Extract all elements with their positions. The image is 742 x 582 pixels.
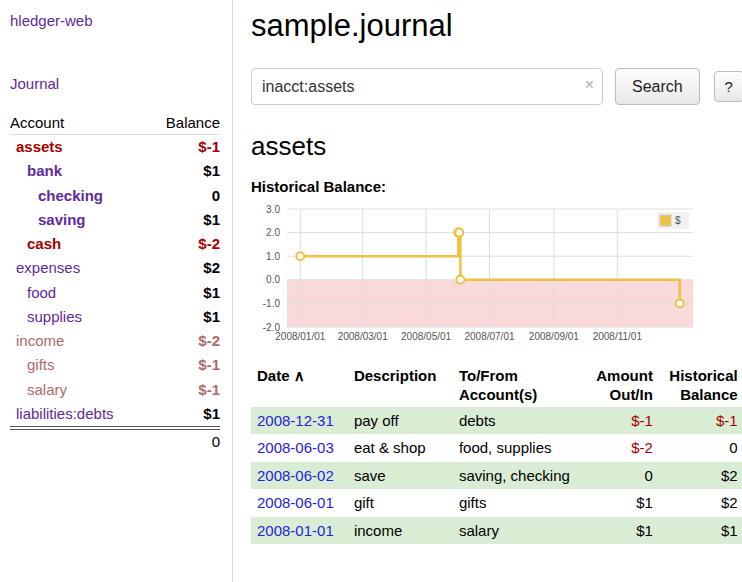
account-link[interactable]: gifts — [27, 356, 55, 373]
register-amount-cell: $-2 — [576, 434, 659, 462]
accounts-table: Account Balance assets$-1bank$1checking0… — [10, 112, 220, 427]
account-name-cell: supplies — [10, 305, 148, 329]
transaction-date-link[interactable]: 2008-06-03 — [257, 439, 334, 456]
x-tick-label: 2008/07/01 — [464, 331, 514, 342]
x-tick-label: 2008/05/01 — [401, 331, 451, 342]
account-link[interactable]: supplies — [27, 308, 82, 325]
account-name-cell: assets — [10, 135, 148, 160]
register-accounts-cell: food, supplies — [453, 434, 576, 462]
sidebar-item-journal[interactable]: Journal — [10, 75, 220, 92]
transaction-date-link[interactable]: 2008-06-01 — [257, 494, 334, 511]
register-date-cell: 2008-06-02 — [251, 462, 348, 490]
x-tick-label: 2008/09/01 — [529, 331, 579, 342]
account-link[interactable]: assets — [16, 138, 63, 155]
legend-swatch — [660, 215, 671, 226]
account-balance: $-1 — [148, 353, 220, 377]
register-date-cell: 2008-06-01 — [251, 489, 348, 517]
register-date-cell: 2008-06-03 — [251, 434, 348, 462]
account-row: bank$1 — [10, 159, 220, 183]
search-bar: × Search ? — [251, 68, 742, 105]
account-row: cash$-2 — [10, 232, 220, 256]
account-link[interactable]: checking — [38, 187, 103, 204]
y-tick-label: 0.0 — [266, 274, 280, 285]
account-link[interactable]: salary — [27, 381, 67, 398]
register-balance-cell: 0 — [659, 434, 742, 462]
legend-label: $ — [675, 215, 681, 226]
data-point-marker — [296, 252, 304, 260]
account-balance: $1 — [148, 208, 220, 232]
account-link[interactable]: bank — [27, 162, 62, 179]
register-row: 2008-06-01giftgifts$1$2 — [251, 489, 742, 517]
account-name-cell: checking — [10, 184, 148, 208]
account-balance: $1 — [148, 305, 220, 329]
account-name-cell: income — [10, 329, 148, 353]
app-title-link[interactable]: hledger-web — [10, 12, 220, 29]
account-row: food$1 — [10, 281, 220, 305]
register-balance-cell: $-1 — [659, 407, 742, 435]
account-link[interactable]: cash — [27, 235, 61, 252]
help-button[interactable]: ? — [714, 71, 742, 102]
account-balance: $1 — [148, 159, 220, 183]
search-input[interactable] — [251, 68, 603, 105]
clear-search-icon[interactable]: × — [585, 77, 594, 93]
account-link[interactable]: expenses — [16, 259, 80, 276]
account-row: expenses$2 — [10, 256, 220, 280]
x-tick-label: 2008/01/01 — [275, 331, 325, 342]
account-name-cell: bank — [10, 159, 148, 183]
register-description-cell: pay off — [348, 407, 453, 435]
data-point-marker — [456, 276, 464, 284]
account-link[interactable]: income — [16, 332, 64, 349]
register-row: 2008-06-02savesaving, checking0$2 — [251, 462, 742, 490]
account-row: gifts$-1 — [10, 353, 220, 377]
search-button[interactable]: Search — [615, 68, 700, 105]
register-description-cell: eat & shop — [348, 434, 453, 462]
register-amount-cell: $-1 — [576, 407, 659, 435]
register-amount-cell: $1 — [576, 517, 659, 545]
account-link[interactable]: food — [27, 284, 56, 301]
data-point-marker — [455, 229, 463, 237]
account-balance: 0 — [148, 184, 220, 208]
data-point-marker — [676, 299, 684, 307]
register-balance-cell: $2 — [659, 489, 742, 517]
register-row: 2008-01-01incomesalary$1$1 — [251, 517, 742, 545]
account-name-cell: gifts — [10, 353, 148, 377]
page-title: sample.journal — [251, 8, 742, 44]
account-row: income$-2 — [10, 329, 220, 353]
account-name-cell: cash — [10, 232, 148, 256]
account-heading: assets — [251, 131, 742, 162]
accounts-header-row: Account Balance — [10, 112, 220, 135]
account-balance: $-2 — [148, 232, 220, 256]
register-description-cell: gift — [348, 489, 453, 517]
account-link[interactable]: liabilities:debts — [16, 405, 114, 422]
x-tick-label: 2008/11/01 — [593, 331, 643, 342]
register-date-cell: 2008-01-01 — [251, 517, 348, 545]
account-name-cell: salary — [10, 378, 148, 402]
register-column-header: HistoricalBalance — [659, 365, 742, 407]
account-name-cell: food — [10, 281, 148, 305]
account-row: saving$1 — [10, 208, 220, 232]
account-balance: $-1 — [148, 135, 220, 160]
register-table-body: 2008-12-31pay offdebts$-1$-12008-06-03ea… — [251, 407, 742, 545]
accounts-table-body: assets$-1bank$1checking0saving$1cash$-2e… — [10, 135, 220, 427]
transaction-date-link[interactable]: 2008-12-31 — [257, 412, 334, 429]
register-description-cell: save — [348, 462, 453, 490]
account-link[interactable]: saving — [38, 211, 86, 228]
register-amount-cell: 0 — [576, 462, 659, 490]
account-balance: $-2 — [148, 329, 220, 353]
register-row: 2008-06-03eat & shopfood, supplies$-20 — [251, 434, 742, 462]
sidebar: hledger-web Journal Account Balance asse… — [0, 0, 233, 582]
search-field-wrap: × — [251, 68, 603, 105]
y-tick-label: 2.0 — [266, 227, 280, 238]
register-column-header[interactable]: Date ∧ — [251, 365, 348, 407]
sort-ascending-icon: ∧ — [290, 367, 305, 384]
accounts-header-account: Account — [10, 112, 148, 135]
account-row: checking0 — [10, 184, 220, 208]
register-accounts-cell: saving, checking — [453, 462, 576, 490]
register-date-cell: 2008-12-31 — [251, 407, 348, 435]
transaction-date-link[interactable]: 2008-01-01 — [257, 522, 334, 539]
register-row: 2008-12-31pay offdebts$-1$-1 — [251, 407, 742, 435]
y-tick-label: 1.0 — [266, 251, 280, 262]
account-balance: $-1 — [148, 378, 220, 402]
transaction-date-link[interactable]: 2008-06-02 — [257, 467, 334, 484]
account-row: salary$-1 — [10, 378, 220, 402]
